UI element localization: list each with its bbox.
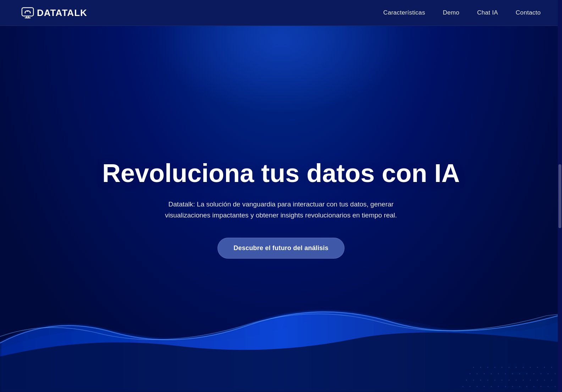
hero-content: Revoluciona tus datos con IA Datatalk: L…	[88, 159, 474, 259]
nav-link-demo[interactable]: Demo	[443, 9, 459, 16]
nav-link-contacto[interactable]: Contacto	[516, 9, 541, 16]
nav-link-chat-ia[interactable]: Chat IA	[477, 9, 498, 16]
scrollbar[interactable]	[558, 0, 562, 392]
nav-item-caracteristicas[interactable]: Características	[383, 9, 425, 16]
hero-title: Revoluciona tus datos con IA	[102, 159, 460, 187]
svg-point-2	[27, 11, 28, 12]
nav-menu: Características Demo Chat IA Contacto	[383, 9, 541, 16]
hero-cta-button[interactable]: Descubre el futuro del análisis	[217, 238, 344, 259]
nav-item-demo[interactable]: Demo	[443, 9, 459, 16]
svg-point-1	[24, 12, 26, 13]
navbar: DATATALK Características Demo Chat IA Co…	[0, 0, 562, 26]
logo[interactable]: DATATALK	[21, 6, 87, 19]
datatalk-logo-icon	[21, 6, 34, 19]
hero-section: // This won't run inside SVG as-is; we i…	[0, 0, 562, 392]
hero-subtitle: Datatalk: La solución de vanguardia para…	[160, 199, 402, 221]
logo-text: DATATALK	[37, 7, 87, 18]
nav-item-contacto[interactable]: Contacto	[516, 9, 541, 16]
nav-link-caracteristicas[interactable]: Características	[383, 9, 425, 16]
svg-point-3	[29, 12, 31, 13]
nav-item-chat-ia[interactable]: Chat IA	[477, 9, 498, 16]
scrollbar-thumb[interactable]	[558, 164, 561, 228]
